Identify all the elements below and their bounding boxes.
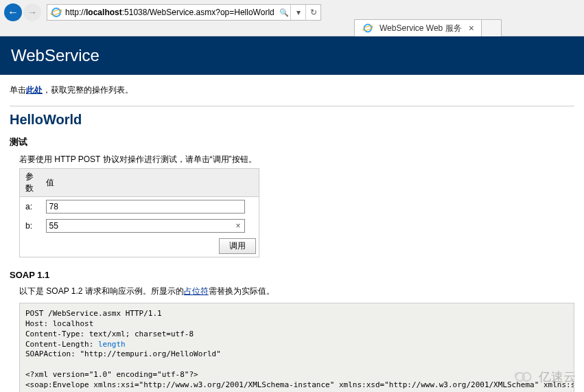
divider xyxy=(10,106,574,106)
ie-icon xyxy=(362,23,373,34)
test-description: 若要使用 HTTP POST 协议对操作进行测试，请单击“调用”按钮。 xyxy=(19,154,574,165)
back-button[interactable]: ← xyxy=(4,3,22,21)
operation-list-link-line: 单击此处，获取完整的操作列表。 xyxy=(10,84,574,96)
table-row: b: × xyxy=(20,216,259,235)
operation-list-link[interactable]: 此处 xyxy=(26,85,43,95)
new-tab-button[interactable] xyxy=(481,19,502,36)
test-section-title: 测试 xyxy=(10,136,574,148)
clear-input-icon[interactable]: × xyxy=(235,221,240,231)
watermark: 亿速云 xyxy=(513,369,576,385)
tab-close-button[interactable]: × xyxy=(466,23,477,34)
page-banner: WebService xyxy=(0,36,584,75)
header-param: 参数 xyxy=(20,169,40,197)
tab-title: WebService Web 服务 xyxy=(379,23,463,34)
header-value: 值 xyxy=(40,169,259,197)
ie-icon xyxy=(50,6,62,19)
soap-request-box: POST /WebService.asmx HTTP/1.1 Host: loc… xyxy=(19,303,574,392)
refresh-button[interactable]: ↻ xyxy=(305,5,320,20)
invoke-row: 调用 xyxy=(20,235,259,257)
address-dropdown[interactable]: ▾ xyxy=(290,5,305,20)
param-input-b[interactable] xyxy=(46,219,245,233)
soap-description: 以下是 SOAP 1.2 请求和响应示例。所显示的占位符需替换为实际值。 xyxy=(19,286,574,297)
search-icon[interactable]: 🔍 xyxy=(278,8,290,17)
soap-section-title: SOAP 1.1 xyxy=(10,270,574,280)
browser-tab[interactable]: WebService Web 服务 × xyxy=(354,19,482,36)
address-text: http://localhost:51038/WebService.asmx?o… xyxy=(65,8,278,17)
service-title: WebService xyxy=(11,46,100,65)
tab-strip: WebService Web 服务 × xyxy=(354,19,502,36)
table-row: a: xyxy=(20,197,259,217)
browser-chrome: ← → http://localhost:51038/WebService.as… xyxy=(0,0,584,36)
address-bar[interactable]: http://localhost:51038/WebService.asmx?o… xyxy=(47,4,321,21)
operation-name: HelloWorld xyxy=(10,112,574,128)
param-name-b: b: xyxy=(20,216,40,235)
placeholder-link[interactable]: 占位符 xyxy=(184,286,209,296)
test-form-table: 参数 值 a: b: × 调用 xyxy=(19,168,259,257)
watermark-text: 亿速云 xyxy=(539,369,576,385)
param-name-a: a: xyxy=(20,197,40,217)
invoke-button[interactable]: 调用 xyxy=(219,238,256,254)
param-input-a[interactable] xyxy=(46,200,245,214)
forward-button[interactable]: → xyxy=(23,3,41,21)
